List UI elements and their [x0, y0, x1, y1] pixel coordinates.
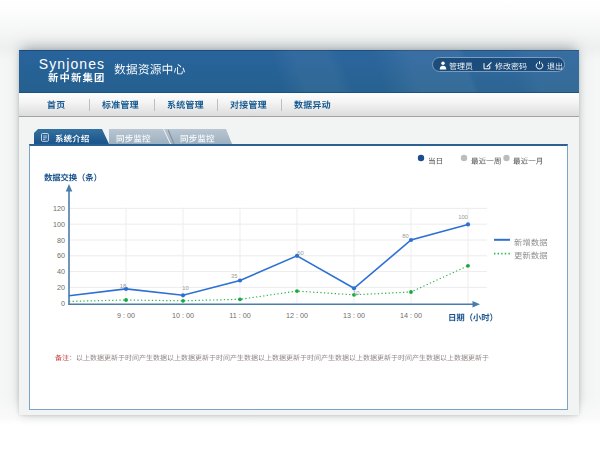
svg-text:0: 0	[61, 299, 65, 308]
svg-text:11 : 00: 11 : 00	[229, 311, 250, 320]
svg-text:14 : 00: 14 : 00	[400, 311, 422, 320]
svg-text:20: 20	[57, 283, 65, 292]
svg-text:100: 100	[458, 214, 468, 220]
svg-text:100: 100	[53, 220, 65, 229]
svg-text:10: 10	[353, 290, 359, 296]
svg-text:40: 40	[57, 267, 65, 276]
svg-text:60: 60	[297, 250, 303, 256]
svg-text:18: 18	[120, 283, 126, 289]
svg-text:12 : 00: 12 : 00	[286, 311, 308, 320]
svg-text:10 : 00: 10 : 00	[172, 311, 194, 320]
svg-text:120: 120	[53, 204, 65, 213]
svg-text:9 : 00: 9 : 00	[117, 311, 135, 320]
svg-text:80: 80	[57, 236, 65, 245]
svg-text:35: 35	[231, 273, 237, 279]
svg-text:13 : 00: 13 : 00	[343, 311, 365, 320]
svg-text:10: 10	[182, 285, 188, 291]
svg-text:60: 60	[57, 251, 65, 260]
svg-text:80: 80	[402, 233, 408, 239]
